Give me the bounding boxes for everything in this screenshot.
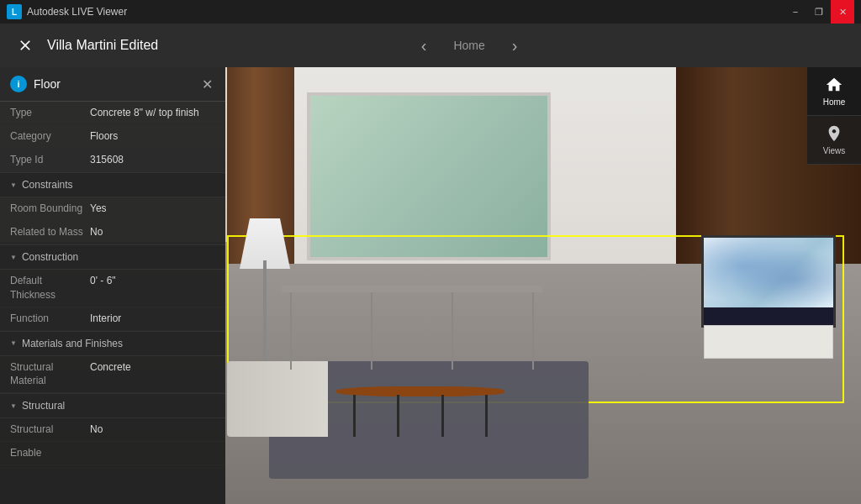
close-button[interactable]: ✕ [831,0,854,24]
console-table-top [282,286,542,292]
nav-center: ‹ Home › [415,33,525,59]
app-title: Autodesk LIVE Viewer [27,6,127,18]
prop-value-category: Floors [90,129,215,144]
prop-row-room-bounding: Room Bounding Yes [0,197,225,221]
coffee-table [336,370,504,437]
panel-header: i Floor ✕ [0,67,225,102]
titlebar: L Autodesk LIVE Viewer − ❐ ✕ [0,0,861,24]
section-structural[interactable]: ▼ Structural [0,393,225,418]
prop-value-structural-material: Concrete [90,360,215,375]
coffee-leg [441,395,444,437]
triangle-icon: ▼ [10,181,17,189]
tv-screen [704,238,833,307]
properties-panel: i Floor ✕ Type Concrete 8" w/ top finish… [0,67,225,504]
back-button[interactable] [13,34,37,57]
triangle-icon: ▼ [10,254,17,261]
section-constraints[interactable]: ▼ Constraints [0,172,225,197]
prop-row-structural: Structural No [0,418,225,442]
console-leg [290,292,292,370]
restore-button[interactable]: ❐ [807,0,831,24]
prop-row-thickness: Default Thickness 0' - 6" [0,270,225,307]
tv-unit [701,235,836,328]
prop-value-thickness: 0' - 6" [90,274,215,288]
prop-label-thickness: Default Thickness [10,274,90,302]
panel-header-left: i Floor [10,76,61,92]
prop-label-enable: Enable [10,446,90,460]
panel-title: Floor [34,77,61,91]
coffee-table-legs [353,386,488,437]
prop-label-structural: Structural [10,423,90,437]
home-label: Home [453,39,484,52]
right-panel: Home Views [807,67,861,165]
prop-label-room-bounding: Room Bounding [10,202,90,216]
section-construction-label: Construction [22,251,78,263]
prop-row-category: Category Floors [0,125,225,149]
prop-value-related-mass: No [90,225,215,239]
console-leg [532,292,534,370]
appbar: Villa Martini Edited ‹ Home › [0,24,861,67]
panel-close-button[interactable]: ✕ [198,76,215,92]
prop-label-function: Function [10,312,90,326]
console-table [282,286,542,370]
section-materials[interactable]: ▼ Materials and Finishes [0,331,225,356]
prop-row-structural-material: Structural Material Concrete [0,356,225,394]
prop-row-type: Type Concrete 8" w/ top finish [0,102,225,125]
console-table-legs [290,292,534,370]
info-icon: i [10,76,27,92]
prop-label-structural-material: Structural Material [10,360,90,389]
nav-prev-button[interactable]: ‹ [415,33,434,59]
prop-row-enable: Enable [0,442,225,465]
prop-value-type: Concrete 8" w/ top finish [90,106,215,120]
appbar-left: Villa Martini Edited [13,34,158,57]
prop-value-structural: No [90,423,215,437]
prop-value-room-bounding: Yes [90,202,215,216]
nav-next-button[interactable]: › [505,33,525,59]
prop-row-typeid: Type Id 315608 [0,149,225,172]
home-view-button[interactable]: Home [807,67,861,116]
home-view-label: Home [823,97,846,107]
project-name: Villa Martini Edited [47,38,158,53]
tv-stand [704,325,833,359]
prop-row-function: Function Interior [0,307,225,331]
prop-value-typeid: 315608 [90,153,215,167]
views-label: Views [823,146,846,155]
coffee-leg [353,395,356,437]
section-structural-label: Structural [22,400,65,412]
prop-label-category: Category [10,129,90,144]
app-icon: L [7,4,22,19]
prop-label-typeid: Type Id [10,153,90,167]
views-button[interactable]: Views [807,116,861,165]
section-construction[interactable]: ▼ Construction [0,244,225,270]
lamp-pole [263,260,267,370]
triangle-icon: ▼ [10,339,17,347]
coffee-leg [397,395,399,437]
titlebar-left: L Autodesk LIVE Viewer [7,4,127,19]
prop-value-function: Interior [90,312,215,326]
window-controls: − ❐ ✕ [784,0,854,24]
prop-row-related-mass: Related to Mass No [0,221,225,244]
console-leg [371,292,372,370]
coffee-leg [485,395,488,437]
prop-label-type: Type [10,106,90,120]
triangle-icon: ▼ [10,402,17,410]
prop-label-related-mass: Related to Mass [10,225,90,239]
section-constraints-label: Constraints [22,179,73,191]
main-viewport[interactable]: i Floor ✕ Type Concrete 8" w/ top finish… [0,67,861,504]
console-leg [452,292,453,370]
minimize-button[interactable]: − [784,0,807,24]
sofa [227,361,328,437]
section-materials-label: Materials and Finishes [22,338,123,349]
